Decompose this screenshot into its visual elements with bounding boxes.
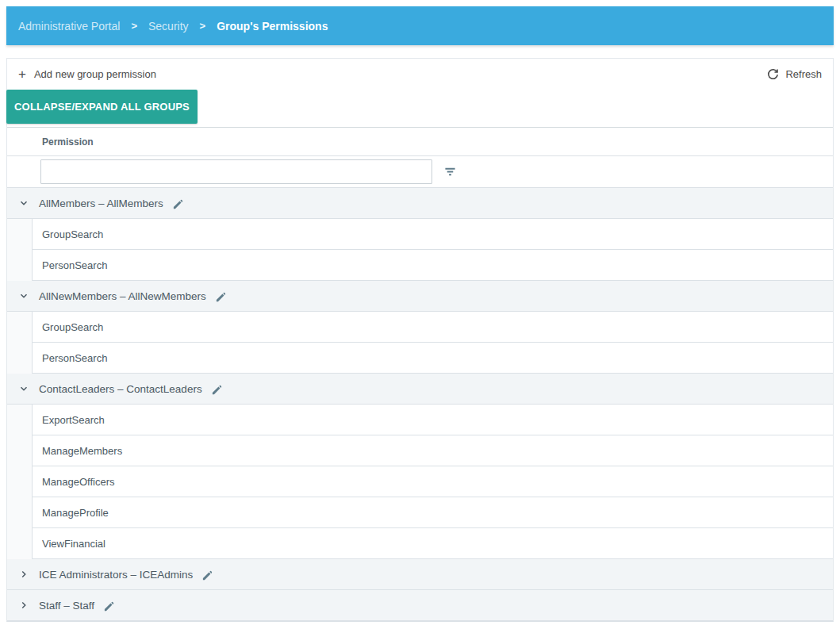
permission-row[interactable]: GroupSearch [7,312,833,343]
permission-name: ManageProfile [33,497,833,528]
permissions-grid: + Add new group permission Refresh COLLA… [6,58,834,622]
permission-name: ManageMembers [33,435,833,466]
permission-name: GroupSearch [33,219,833,250]
row-gutter [7,250,33,281]
add-group-permission-label: Add new group permission [34,68,156,80]
group-header-row[interactable]: AllNewMembers – AllNewMembers [7,281,833,312]
chevron-separator-icon: > [131,20,137,32]
filter-icon[interactable] [444,167,456,178]
edit-pencil-icon[interactable] [172,198,184,210]
edit-pencil-icon[interactable] [103,600,115,612]
breadcrumb: Administrative Portal > Security > Group… [6,6,834,45]
group-section: Staff – Staff [7,590,833,621]
group-section: AllMembers – AllMembers GroupSearch Pers… [7,188,833,281]
chevron-right-icon[interactable] [17,569,30,580]
refresh-button[interactable]: Refresh [767,68,822,80]
group-label: Staff – Staff [39,600,94,612]
group-label: AllNewMembers – AllNewMembers [39,290,206,302]
permission-name: ExportSearch [33,405,833,435]
groups-list: AllMembers – AllMembers GroupSearch Pers… [7,188,833,621]
group-header-row[interactable]: ContactLeaders – ContactLeaders [7,374,833,405]
permission-column-header: Permission [42,136,94,148]
row-gutter [7,343,33,374]
permission-name: PersonSearch [33,343,833,374]
permission-name: PersonSearch [33,250,833,281]
refresh-label: Refresh [785,68,822,80]
group-section: ICE Administrators – ICEAdmins [7,559,833,590]
edit-pencil-icon[interactable] [215,291,227,303]
chevron-separator-icon: > [200,20,206,32]
permission-filter-input[interactable] [40,159,432,184]
permission-row[interactable]: ManageMembers [7,435,833,466]
permission-rows: ExportSearch ManageMembers ManageOfficer… [7,405,833,559]
permission-row[interactable]: ManageOfficers [7,466,833,497]
edit-pencil-icon[interactable] [201,570,213,581]
breadcrumb-item-groups-permissions: Group's Permissions [217,20,328,33]
permission-row[interactable]: ExportSearch [7,405,833,435]
permission-row[interactable]: PersonSearch [7,250,833,281]
permission-name: GroupSearch [33,312,833,343]
permission-rows: GroupSearch PersonSearch [7,219,833,281]
group-section: ContactLeaders – ContactLeaders ExportSe… [7,374,833,559]
breadcrumb-item-admin-portal[interactable]: Administrative Portal [18,20,120,33]
plus-icon: + [18,67,26,81]
breadcrumb-item-security[interactable]: Security [148,20,189,33]
row-gutter [7,466,33,497]
refresh-icon [767,68,779,80]
group-section: AllNewMembers – AllNewMembers GroupSearc… [7,281,833,374]
filter-row [7,155,833,188]
row-gutter [7,528,33,559]
table-header-row: Permission [7,127,833,155]
permission-name: ViewFinancial [33,528,833,559]
permission-row[interactable]: ManageProfile [7,497,833,528]
row-gutter [7,312,33,343]
grid-toolbar: + Add new group permission Refresh [7,59,833,90]
group-header-row[interactable]: Staff – Staff [7,590,833,621]
group-label: ContactLeaders – ContactLeaders [39,383,202,395]
edit-pencil-icon[interactable] [211,384,223,396]
group-label: ICE Administrators – ICEAdmins [39,569,193,581]
add-group-permission-button[interactable]: + Add new group permission [18,67,156,81]
row-gutter [7,405,33,435]
permission-row[interactable]: ViewFinancial [7,528,833,559]
chevron-down-icon[interactable] [17,198,30,209]
chevron-down-icon[interactable] [17,383,30,394]
collapse-expand-all-button[interactable]: COLLAPSE/EXPAND ALL GROUPS [6,90,198,124]
group-label: AllMembers – AllMembers [39,198,163,209]
group-header-row[interactable]: ICE Administrators – ICEAdmins [7,559,833,590]
page: Administrative Portal > Security > Group… [0,0,840,622]
permission-rows: GroupSearch PersonSearch [7,312,833,374]
chevron-down-icon[interactable] [17,290,30,301]
permission-name: ManageOfficers [33,466,833,497]
chevron-right-icon[interactable] [17,600,30,611]
permission-row[interactable]: GroupSearch [7,219,833,250]
row-gutter [7,219,33,250]
row-gutter [7,497,33,528]
group-header-row[interactable]: AllMembers – AllMembers [7,188,833,219]
permission-row[interactable]: PersonSearch [7,343,833,374]
row-gutter [7,435,33,466]
